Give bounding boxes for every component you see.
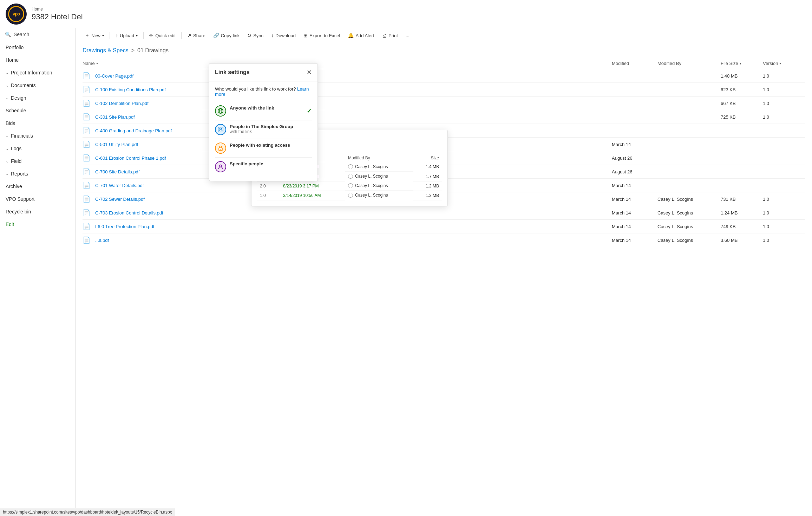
- link-option-existing[interactable]: People with existing access: [215, 139, 312, 158]
- chevron-icon: ⌄: [6, 96, 9, 100]
- ver-col-size: Size: [413, 154, 442, 162]
- ver-date[interactable]: 8/23/2019 3:17 PM: [280, 181, 345, 191]
- lock-icon: [215, 143, 226, 154]
- radio-button: [348, 193, 353, 198]
- upload-icon: ↑: [116, 33, 118, 38]
- sidebar-item-design[interactable]: ⌄ Design: [0, 92, 75, 104]
- sync-button[interactable]: ↻ Sync: [244, 31, 267, 40]
- ver-date[interactable]: 3/14/2019 10:56 AM: [280, 191, 345, 200]
- pdf-icon: 📄: [83, 113, 90, 121]
- link-option-anyone[interactable]: Anyone with the link ✓: [215, 102, 312, 120]
- file-name-cell: 📄 00-Cover Page.pdf: [83, 72, 612, 80]
- sidebar-item-archive[interactable]: Archive: [0, 180, 75, 193]
- modal-close-button[interactable]: ✕: [307, 68, 312, 76]
- sidebar-item-project-information[interactable]: ⌄ Project Information: [0, 66, 75, 79]
- pdf-icon: 📄: [83, 86, 90, 93]
- col-name-header[interactable]: Name ▾: [83, 61, 612, 66]
- link-option-specific[interactable]: Specific people: [215, 158, 312, 176]
- org-icon: [215, 124, 226, 135]
- sidebar-item-bids[interactable]: Bids: [0, 117, 75, 130]
- print-button[interactable]: 🖨 Print: [378, 31, 401, 40]
- quick-edit-button[interactable]: ✏ Quick edit: [146, 31, 179, 40]
- col-modified-header: Modified: [612, 61, 657, 66]
- file-name[interactable]: C-301 Site Plan.pdf: [95, 114, 135, 120]
- globe-icon: [215, 105, 226, 117]
- specific-option-text: Specific people: [230, 161, 312, 166]
- pencil-icon: ✏: [149, 33, 153, 38]
- more-button[interactable]: ...: [402, 31, 413, 40]
- file-size-cell: 3.60 MB: [721, 238, 763, 243]
- home-breadcrumb[interactable]: Home: [32, 7, 83, 12]
- file-row: 📄 C-100 Existing Conditions Plan.pdf 623…: [83, 83, 805, 97]
- file-modified-by-cell: Casey L. Scogins: [657, 224, 721, 229]
- selected-check-icon: ✓: [307, 107, 312, 115]
- file-list-header: Name ▾ Modified Modified By File Size ▾ …: [83, 58, 805, 69]
- header-info: Home 9382 Hotel Del: [32, 7, 83, 21]
- file-size-cell: 623 KB: [721, 87, 763, 92]
- export-button[interactable]: ⊞ Export to Excel: [300, 31, 343, 40]
- file-modified-cell: March 14: [612, 210, 657, 216]
- file-size-cell: 731 KB: [721, 197, 763, 202]
- svg-point-4: [220, 128, 222, 130]
- file-name[interactable]: L6.0 Tree Protection Plan.pdf: [95, 224, 154, 229]
- search-icon: 🔍: [5, 32, 11, 37]
- sidebar-item-schedule[interactable]: Schedule: [0, 104, 75, 117]
- chevron-icon: ⌄: [6, 134, 9, 138]
- breadcrumb-separator: >: [131, 47, 135, 54]
- download-button[interactable]: ↓ Download: [268, 31, 299, 40]
- sidebar-item-portfolio[interactable]: Portfolio: [0, 41, 75, 54]
- new-button[interactable]: ＋ New ▾: [81, 30, 107, 41]
- logo-text: vpo: [13, 11, 20, 16]
- upload-button[interactable]: ↑ Upload ▾: [112, 31, 141, 40]
- file-modified-by-cell: Casey L. Scogins: [657, 238, 721, 243]
- chevron-icon: ⌄: [6, 71, 9, 75]
- link-option-org[interactable]: People in The Simplex Group with the lin…: [215, 120, 312, 139]
- file-name[interactable]: 00-Cover Page.pdf: [95, 73, 133, 79]
- file-version-cell: 1.0: [763, 238, 805, 243]
- pdf-icon: 📄: [83, 72, 90, 80]
- file-name[interactable]: C-400 Grading and Drainage Plan.pdf: [95, 128, 172, 133]
- copy-link-button[interactable]: 🔗 Copy link: [210, 31, 243, 40]
- file-modified-cell: August 26: [612, 169, 657, 174]
- file-name[interactable]: C-601 Erosion Control Phase 1.pdf: [95, 156, 166, 161]
- file-name[interactable]: C-703 Erosion Control Details.pdf: [95, 210, 163, 216]
- share-button[interactable]: ↗ Share: [184, 31, 209, 40]
- link-icon: 🔗: [213, 33, 219, 38]
- search-bar[interactable]: 🔍 Search: [0, 28, 75, 41]
- file-name-cell: 📄 C-703 Erosion Control Details.pdf: [83, 209, 612, 217]
- file-list: Name ▾ Modified Modified By File Size ▾ …: [76, 58, 812, 516]
- sidebar-item-vpo-support[interactable]: VPO Support: [0, 193, 75, 205]
- ver-no: 2.0: [257, 181, 280, 191]
- pdf-icon: 📄: [83, 236, 90, 244]
- sidebar-item-edit[interactable]: Edit: [0, 218, 75, 231]
- chevron-icon: ⌄: [6, 83, 9, 88]
- sidebar-item-logs[interactable]: ⌄ Logs: [0, 142, 75, 155]
- file-modified-cell: March 14: [612, 197, 657, 202]
- file-name[interactable]: C-102 Demolition Plan.pdf: [95, 101, 149, 106]
- file-row: 📄 ...s.pdf March 14 Casey L. Scogins 3.6…: [83, 233, 805, 247]
- sidebar-item-documents[interactable]: ⌄ Documents: [0, 79, 75, 92]
- ver-size: 1.2 MB: [413, 181, 442, 191]
- add-alert-button[interactable]: 🔔 Add Alert: [344, 31, 378, 40]
- link-settings-modal: Link settings ✕ Who would you like this …: [209, 63, 318, 181]
- col-version-header[interactable]: Version ▾: [763, 61, 805, 66]
- col-size-header[interactable]: File Size ▾: [721, 61, 763, 66]
- file-version-cell: 1.0: [763, 114, 805, 120]
- sidebar-item-reports[interactable]: ⌄ Reports: [0, 167, 75, 180]
- file-name[interactable]: C-700 Site Details.pdf: [95, 169, 139, 174]
- file-version-cell: 1.0: [763, 197, 805, 202]
- sidebar-item-financials[interactable]: ⌄ Financials: [0, 130, 75, 142]
- sidebar-item-field[interactable]: ⌄ Field: [0, 155, 75, 167]
- file-name[interactable]: C-501 Utility Plan.pdf: [95, 142, 138, 147]
- breadcrumb-parent[interactable]: Drawings & Specs: [83, 47, 129, 54]
- person-icon: [215, 161, 226, 172]
- file-name[interactable]: C-701 Water Details.pdf: [95, 183, 144, 188]
- file-name[interactable]: C-702 Sewer Details.pdf: [95, 197, 145, 202]
- file-name[interactable]: ...s.pdf: [95, 238, 109, 243]
- file-name[interactable]: C-100 Existing Conditions Plan.pdf: [95, 87, 166, 92]
- logo-inner: vpo: [8, 6, 24, 22]
- sidebar-item-home[interactable]: Home: [0, 54, 75, 66]
- file-name-cell: 📄 C-301 Site Plan.pdf: [83, 113, 612, 121]
- sidebar-item-recycle-bin[interactable]: Recycle bin: [0, 205, 75, 218]
- pdf-icon: 📄: [83, 181, 90, 189]
